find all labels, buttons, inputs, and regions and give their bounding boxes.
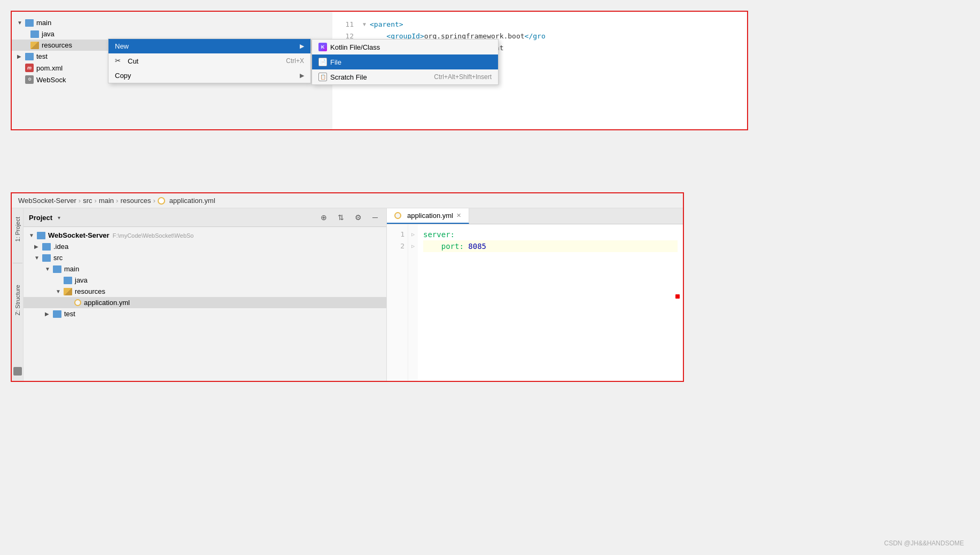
breadcrumb: WebSocket-Server › src › main › resource… — [12, 193, 683, 208]
submenu-arrow-icon: ▶ — [300, 72, 304, 79]
submenu-item-file[interactable]: 📄 File — [312, 54, 498, 69]
submenu-item-kotlin[interactable]: K Kotlin File/Class — [312, 40, 498, 54]
sidebar-tab-project[interactable]: 1: Project — [13, 214, 22, 245]
tree-row[interactable]: ▶ .idea — [24, 241, 386, 252]
tree-row[interactable]: ▼ WebSocket-Server F:\myCode\WebSocket\W… — [24, 230, 386, 241]
yml-icon — [158, 197, 165, 205]
menu-item-label: Cut — [128, 57, 275, 65]
shortcut-label: Ctrl+Alt+Shift+Insert — [434, 73, 492, 81]
tree-row[interactable]: ▼ src — [24, 252, 386, 263]
folder-icon — [37, 232, 45, 239]
code-token: server: — [423, 230, 455, 239]
editor-tab[interactable]: application.yml ✕ — [387, 208, 469, 224]
menu-item-copy[interactable]: Copy ▶ — [108, 68, 310, 83]
main-content: 1: Project Z: Structure Project ▾ ⊕ ⇅ ⚙ … — [12, 208, 683, 381]
top-file-tree: ▼ main java resources ▶ test — [12, 12, 332, 129]
tree-item-label: .idea — [53, 243, 68, 251]
expand-arrow: ▼ — [29, 232, 35, 238]
folder-icon — [30, 42, 39, 49]
tree-row[interactable]: java — [24, 275, 386, 286]
editor-code: server: port: 8085 — [418, 224, 683, 381]
folder-icon — [25, 19, 34, 27]
tree-item-label: test — [36, 52, 48, 60]
sidebar-tab-structure[interactable]: Z: Structure — [13, 282, 22, 318]
tab-label: application.yml — [407, 212, 453, 220]
watermark: CSDN @JH&&HANDSOME — [884, 540, 964, 547]
tree-row[interactable]: ▼ resources — [24, 286, 386, 297]
yml-icon — [74, 299, 81, 306]
tree-row[interactable]: java — [12, 28, 332, 40]
tree-row[interactable]: ▶ test — [24, 308, 386, 319]
folder-icon — [64, 288, 72, 295]
editor-gutter: ▷ ▷ — [408, 224, 418, 381]
tree-item-label: pom.xml — [36, 64, 63, 72]
side-tab-icon[interactable] — [13, 367, 22, 376]
project-title: Project — [29, 214, 52, 222]
menu-item-label: File — [330, 58, 492, 66]
menu-item-label: Kotlin File/Class — [330, 43, 492, 51]
project-panel: Project ▾ ⊕ ⇅ ⚙ ─ ▼ WebSocket-Server F:\… — [24, 208, 387, 381]
breadcrumb-separator: › — [95, 197, 97, 205]
scratch-icon: 📋 — [318, 73, 327, 81]
toolbar-sort-button[interactable]: ⇅ — [335, 212, 347, 223]
folder-icon — [25, 53, 34, 60]
expand-arrow: ▼ — [45, 266, 51, 272]
close-icon[interactable]: ✕ — [456, 212, 461, 219]
code-line: port: 8085 — [423, 240, 678, 252]
project-tree: ▼ WebSocket-Server F:\myCode\WebSocket\W… — [24, 227, 386, 381]
menu-item-new[interactable]: New ▶ — [108, 39, 310, 53]
menu-item-label: New — [115, 42, 300, 50]
folder-icon — [42, 243, 51, 251]
expand-arrow: ▶ — [34, 244, 41, 249]
project-toolbar: Project ▾ ⊕ ⇅ ⚙ ─ — [24, 208, 386, 227]
breadcrumb-item: resources — [120, 197, 151, 205]
shortcut-label: Ctrl+X — [286, 57, 304, 65]
submenu: K Kotlin File/Class 📄 File 📋 Scratch Fil… — [312, 39, 499, 85]
breadcrumb-item: WebSocket-Server — [18, 197, 76, 205]
toolbar-hide-button[interactable]: ─ — [369, 212, 381, 223]
menu-item-cut[interactable]: ✂ Cut Ctrl+X — [108, 53, 310, 68]
toolbar-settings-button[interactable]: ⚙ — [352, 212, 364, 223]
websock-icon: ⚙ — [25, 75, 34, 84]
tab-bar: application.yml ✕ — [387, 208, 683, 224]
tree-row[interactable]: ▼ main — [12, 17, 332, 28]
dropdown-arrow-icon[interactable]: ▾ — [58, 215, 60, 221]
folder-icon — [42, 254, 51, 262]
folder-icon — [53, 265, 61, 273]
breadcrumb-separator: › — [79, 197, 81, 205]
breadcrumb-file: application.yml — [158, 197, 215, 205]
line-numbers: 1 2 — [387, 224, 408, 381]
path-label: F:\myCode\WebSocket\WebSo — [113, 232, 194, 239]
folder-icon — [30, 30, 39, 38]
folder-icon — [53, 310, 61, 318]
breadcrumb-item: src — [83, 197, 92, 205]
tree-row[interactable]: application.yml — [24, 297, 386, 308]
yml-icon — [394, 212, 401, 219]
tree-item-label: resources — [75, 287, 105, 295]
tree-row[interactable]: ▼ main — [24, 263, 386, 275]
expand-arrow: ▶ — [17, 53, 24, 59]
kotlin-icon: K — [318, 43, 327, 51]
bottom-panel: WebSocket-Server › src › main › resource… — [11, 192, 684, 382]
expand-arrow: ▼ — [56, 288, 62, 294]
scissors-icon: ✂ — [115, 57, 123, 65]
tree-item-label: WebSocket-Server — [48, 231, 110, 239]
top-panel: ▼ main java resources ▶ test — [11, 11, 748, 130]
maven-icon: m — [25, 64, 34, 72]
submenu-arrow-icon: ▶ — [300, 43, 304, 50]
tree-item-label: WebSock — [36, 76, 66, 84]
context-menu: New ▶ ✂ Cut Ctrl+X Copy ▶ — [108, 38, 311, 83]
tree-item-label: application.yml — [84, 299, 130, 307]
editor-area: application.yml ✕ 1 2 ▷ ▷ server: — [387, 208, 683, 381]
tree-item-label: resources — [42, 41, 72, 49]
breadcrumb-separator: › — [153, 197, 155, 205]
expand-arrow: ▼ — [17, 20, 24, 26]
submenu-item-scratch[interactable]: 📋 Scratch File Ctrl+Alt+Shift+Insert — [312, 69, 498, 84]
tree-item-label: java — [75, 276, 88, 284]
divider — [13, 263, 22, 263]
tree-item-label: java — [42, 30, 55, 38]
menu-item-label: Copy — [115, 72, 300, 80]
expand-arrow: ▶ — [45, 311, 51, 317]
file-icon: 📄 — [318, 58, 327, 66]
toolbar-crosshair-button[interactable]: ⊕ — [318, 212, 330, 223]
